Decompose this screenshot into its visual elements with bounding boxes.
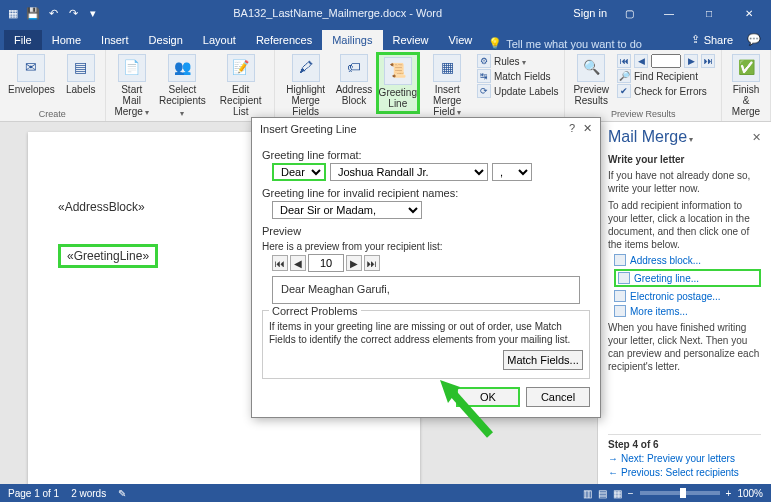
address-block-icon: [614, 254, 626, 266]
minimize-icon[interactable]: —: [651, 3, 687, 23]
redo-icon[interactable]: ↷: [64, 4, 82, 22]
nav-first-button[interactable]: ⏮: [272, 255, 288, 271]
labels-button[interactable]: ▤Labels: [61, 52, 101, 97]
zoom-in-icon[interactable]: +: [726, 488, 732, 499]
match-fields-button-dlg[interactable]: Match Fields...: [503, 350, 583, 370]
link-address-block[interactable]: Address block...: [614, 254, 761, 266]
insert-field-icon: ▦: [433, 54, 461, 82]
recipients-icon: 👥: [168, 54, 196, 82]
dialog-title: Insert Greeting Line: [260, 123, 357, 135]
status-words[interactable]: 2 words: [71, 488, 106, 499]
dialog-close-icon[interactable]: ✕: [583, 122, 592, 135]
greeting-line-button[interactable]: 📜GreetingLine: [376, 52, 420, 114]
view-read-icon[interactable]: ▥: [583, 488, 592, 499]
arrow-left-icon: ←: [608, 467, 618, 478]
link-electronic-postage[interactable]: Electronic postage...: [614, 290, 761, 302]
select-recipients-button[interactable]: 👥SelectRecipients: [156, 52, 209, 121]
check-errors-button[interactable]: ✔Check for Errors: [617, 84, 715, 98]
link-greeting-line[interactable]: Greeting line...: [614, 269, 761, 287]
nav-recipients[interactable]: ⏮◀▶⏭: [617, 54, 715, 68]
start-merge-button[interactable]: 📄Start MailMerge: [110, 52, 154, 120]
comments-icon[interactable]: 💬: [741, 29, 767, 50]
pane-p2: To add recipient information to your let…: [608, 199, 761, 251]
check-icon: ✔: [617, 84, 631, 98]
greeting-icon: 📜: [384, 57, 412, 85]
close-icon[interactable]: ✕: [731, 3, 767, 23]
invalid-select[interactable]: Dear Sir or Madam,: [272, 201, 422, 219]
find-recipient-button[interactable]: 🔎Find Recipient: [617, 69, 715, 83]
envelopes-button[interactable]: ✉Envelopes: [4, 52, 59, 97]
preview-results-button[interactable]: 🔍PreviewResults: [569, 52, 613, 108]
nav-next-button[interactable]: ▶: [346, 255, 362, 271]
dialog-help-icon[interactable]: ?: [569, 122, 575, 135]
pane-p3: When you have finished writing your lett…: [608, 321, 761, 373]
group-start: 📄Start MailMerge 👥SelectRecipients 📝Edit…: [106, 50, 276, 121]
rules-button[interactable]: ⚙Rules: [477, 54, 559, 68]
update-labels-button[interactable]: ⟳Update Labels: [477, 84, 559, 98]
next-step[interactable]: →Next: Preview your letters: [608, 453, 761, 464]
group-write: 🖍HighlightMerge Fields 🏷AddressBlock 📜Gr…: [275, 50, 565, 121]
preview-small-stack: ⏮◀▶⏭ 🔎Find Recipient ✔Check for Errors: [615, 52, 717, 100]
zoom-out-icon[interactable]: −: [628, 488, 634, 499]
finish-merge-button[interactable]: ✅Finish &Merge: [726, 52, 766, 132]
start-merge-icon: 📄: [118, 54, 146, 82]
undo-icon[interactable]: ↶: [44, 4, 62, 22]
envelope-icon: ✉: [17, 54, 45, 82]
highlight-icon: 🖍: [292, 54, 320, 82]
pane-close-icon[interactable]: ✕: [752, 131, 761, 144]
more-items-icon: [614, 305, 626, 317]
pane-title: Mail Merge✕: [608, 128, 761, 146]
group-create: ✉Envelopes ▤Labels Create: [0, 50, 106, 121]
ok-button[interactable]: OK: [456, 387, 520, 407]
qat-customize-icon[interactable]: ▾: [84, 4, 102, 22]
tab-mailings[interactable]: Mailings: [322, 30, 382, 50]
tab-view[interactable]: View: [439, 30, 483, 50]
status-proof-icon[interactable]: ✎: [118, 488, 126, 499]
maximize-icon[interactable]: □: [691, 3, 727, 23]
fmt-salutation-select[interactable]: Dear: [272, 163, 326, 181]
ribbon-opts-icon[interactable]: ▢: [611, 3, 647, 23]
status-page[interactable]: Page 1 of 1: [8, 488, 59, 499]
preview-hint: Here is a preview from your recipient li…: [262, 241, 590, 252]
view-web-icon[interactable]: ▦: [613, 488, 622, 499]
link-more-items[interactable]: More items...: [614, 305, 761, 317]
insert-field-button[interactable]: ▦Insert MergeField: [422, 52, 473, 120]
tab-review[interactable]: Review: [383, 30, 439, 50]
fmt-punct-select[interactable]: ,: [492, 163, 532, 181]
titlebar: ▦ 💾 ↶ ↷ ▾ BA132_LastName_Mailmerge.docx …: [0, 0, 771, 26]
nav-prev-button[interactable]: ◀: [290, 255, 306, 271]
tab-design[interactable]: Design: [139, 30, 193, 50]
zoom-slider[interactable]: [640, 491, 720, 495]
tab-file[interactable]: File: [4, 30, 42, 50]
nav-index-input[interactable]: [308, 254, 344, 272]
edit-list-icon: 📝: [227, 54, 255, 82]
postage-icon: [614, 290, 626, 302]
signin-link[interactable]: Sign in: [573, 7, 607, 19]
view-print-icon[interactable]: ▤: [598, 488, 607, 499]
preview-nav: ⏮ ◀ ▶ ⏭: [272, 254, 590, 272]
nav-last-button[interactable]: ⏭: [364, 255, 380, 271]
tab-references[interactable]: References: [246, 30, 322, 50]
cancel-button[interactable]: Cancel: [526, 387, 590, 407]
correct-problems-group: Correct Problems If items in your greeti…: [262, 310, 590, 379]
zoom-level[interactable]: 100%: [737, 488, 763, 499]
save-icon[interactable]: 💾: [24, 4, 42, 22]
write-small-stack: ⚙Rules ↹Match Fields ⟳Update Labels: [475, 52, 561, 100]
edit-recipients-button[interactable]: 📝EditRecipient List: [211, 52, 270, 119]
address-icon: 🏷: [340, 54, 368, 82]
fmt-name-select[interactable]: Joshua Randall Jr.: [330, 163, 488, 181]
tell-me[interactable]: 💡Tell me what you want to do: [488, 37, 642, 50]
share-button[interactable]: ⇪Share: [683, 29, 741, 50]
match-fields-button[interactable]: ↹Match Fields: [477, 69, 559, 83]
tab-layout[interactable]: Layout: [193, 30, 246, 50]
tab-home[interactable]: Home: [42, 30, 91, 50]
address-block-button[interactable]: 🏷AddressBlock: [334, 52, 374, 108]
status-bar: Page 1 of 1 2 words ✎ ▥ ▤ ▦ − + 100%: [0, 484, 771, 502]
doc-title: BA132_LastName_Mailmerge.docx - Word: [102, 7, 573, 19]
correct-title: Correct Problems: [269, 305, 361, 317]
tab-insert[interactable]: Insert: [91, 30, 139, 50]
prev-step[interactable]: ←Previous: Select recipients: [608, 467, 761, 478]
highlight-fields-button[interactable]: 🖍HighlightMerge Fields: [279, 52, 332, 119]
pane-footer: Step 4 of 6 →Next: Preview your letters …: [608, 434, 761, 478]
recipient-index[interactable]: [651, 54, 681, 68]
